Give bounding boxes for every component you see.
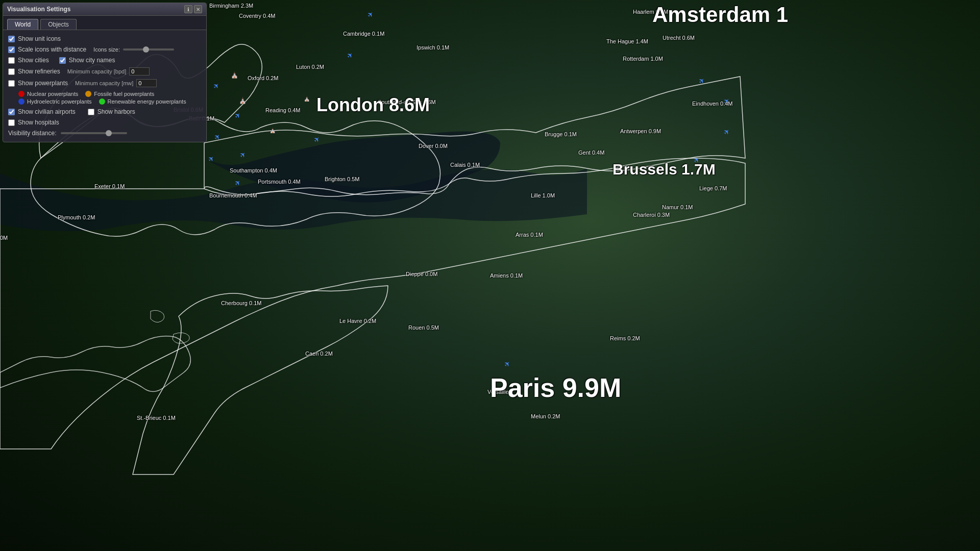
min-capacity-mw-input[interactable]	[136, 79, 157, 87]
scale-icons-row: Scale icons with distance Icons size:	[8, 46, 201, 53]
hospitals-row: Show hospitals	[8, 119, 201, 126]
show-airports-label: Show civilian airports	[18, 108, 76, 115]
city-antwerpen: Antwerpen 0.9M	[620, 128, 661, 134]
show-cities-label: Show cities	[18, 57, 49, 64]
show-cities-checkbox[interactable]	[8, 57, 15, 64]
tab-objects[interactable]: Objects	[40, 19, 77, 30]
show-harbors-checkbox[interactable]	[88, 109, 94, 115]
airport-icon-12: ✈	[722, 96, 732, 106]
powerplant-fossile: Fossile fuel powerplants	[85, 91, 154, 97]
city-brighton: Brighton 0.5M	[325, 176, 359, 182]
renewable-color-dot	[99, 98, 105, 105]
airport-icon-11: ✈	[692, 155, 702, 165]
city-birmingham: Birmingham 2.3M	[209, 3, 253, 9]
airport-icon-14: ✈	[502, 359, 512, 369]
city-oxford: Oxford 0.2M	[248, 75, 279, 81]
icons-size-slider[interactable]	[123, 48, 174, 51]
show-city-names-label: Show city names	[69, 57, 115, 64]
visibility-distance-row: Visibility distance:	[8, 130, 201, 137]
show-refineries-row: Show refineries Minimum capacity [bpd]	[8, 67, 201, 76]
visualisation-settings-panel: Visualisation Settings ℹ ✕ World Objects…	[3, 3, 207, 142]
tab-world[interactable]: World	[7, 19, 38, 30]
city-versailles: Versailles	[487, 389, 511, 395]
airport-icon-3: ✈	[312, 134, 322, 144]
scale-icons-label: Scale icons with distance	[18, 46, 86, 53]
min-capacity-bpd-label: Minimum capacity [bpd]	[67, 68, 127, 74]
airport-icon-6: ✈	[233, 110, 243, 120]
airport-icon-13: ✈	[722, 127, 732, 137]
show-refineries-label: Show refineries	[18, 68, 60, 75]
city-reading: Reading 0.4M	[265, 107, 301, 113]
panel-info-button[interactable]: ℹ	[184, 5, 192, 13]
scale-icons-checkbox[interactable]	[8, 46, 15, 53]
show-unit-icons-row: Show unit icons	[8, 35, 201, 42]
panel-content: Show unit icons Scale icons with distanc…	[3, 30, 206, 142]
min-capacity-mw-label: Minimum capacity [mw]	[75, 80, 133, 86]
icons-size-label: Icons size:	[93, 46, 120, 53]
show-airports-checkbox[interactable]	[8, 109, 15, 115]
hydro-color-dot	[18, 98, 24, 105]
city-caen: Caen 0.2M	[305, 350, 333, 357]
airport-icon-5: ✈	[211, 81, 222, 91]
airport-icon-10: ✈	[697, 76, 707, 86]
city-haarlem: Haarlem 0.3M	[633, 9, 668, 15]
city-arras: Arras 0.1M	[516, 232, 543, 238]
show-hospitals-checkbox[interactable]	[8, 119, 15, 126]
show-powerplants-row: Show powerplants Minimum capacity [mw]	[8, 79, 201, 87]
panel-close-button[interactable]: ✕	[194, 5, 202, 13]
city-ipswich: Ipswich 0.1M	[416, 44, 449, 51]
city-cherbourg: Cherbourg 0.1M	[221, 300, 262, 306]
airport-icon-1: ✈	[345, 50, 355, 60]
city-namur: Namur 0.1M	[662, 204, 693, 210]
show-city-names-checkbox[interactable]	[59, 57, 66, 64]
show-unit-icons-checkbox[interactable]	[8, 36, 15, 42]
show-refineries-checkbox[interactable]	[8, 68, 15, 75]
city-thehague: The Hague 1.4M	[606, 38, 648, 44]
city-utrecht: Utrecht 0.6M	[663, 35, 695, 41]
city-london: London 8.6M	[316, 94, 430, 116]
hydro-label: Hydroelectric powerplants	[27, 98, 92, 105]
min-capacity-bpd-input[interactable]	[129, 67, 150, 76]
visibility-distance-slider[interactable]	[61, 132, 127, 134]
city-amiens: Amiens 0.1M	[490, 272, 523, 279]
city-southend: Southend-on-Sea 0.6M	[378, 99, 436, 105]
show-powerplants-label: Show powerplants	[18, 80, 68, 87]
city-dover: Dover 0.0M	[419, 143, 448, 149]
panel-tabs: World Objects	[3, 16, 206, 30]
harbor-icon-1: ⛪	[231, 71, 238, 79]
city-gent: Gent 0.4M	[578, 149, 604, 156]
airport-icon-7: ✈	[212, 132, 223, 142]
airport-icon-4: ✈	[206, 154, 216, 164]
fossile-color-dot	[85, 91, 91, 97]
city-plymouth: Plymouth 0.2M	[58, 214, 95, 220]
city-brugge: Brugge 0.1M	[545, 131, 577, 137]
harbor-icon-3: ⛪	[304, 96, 310, 102]
city-cambridge: Cambridge 0.1M	[343, 31, 384, 37]
city-charleroi: Charleroi 0.3M	[633, 212, 670, 218]
panel-title: Visualisation Settings	[7, 6, 70, 13]
fossile-label: Fossile fuel powerplants	[94, 91, 154, 97]
renewable-label: Renewable energy powerplants	[108, 98, 186, 105]
city-southampton: Southampton 0.4M	[230, 167, 277, 173]
show-cities-row: Show cities Show city names	[8, 57, 201, 64]
city-edge: 0M	[0, 235, 8, 241]
show-harbors-label: Show harbors	[97, 108, 135, 115]
city-melun: Melun 0.2M	[531, 413, 560, 419]
city-paris: Paris 9.9M	[490, 372, 621, 403]
city-reims: Reims 0.2M	[610, 335, 640, 341]
panel-title-bar: Visualisation Settings ℹ ✕	[3, 3, 206, 16]
airport-icon-8: ✈	[238, 149, 248, 160]
city-stbrieuc: St.-Brieuc 0.1M	[137, 415, 176, 421]
city-exeter: Exeter 0.1M	[94, 183, 125, 189]
city-bournemouth: Bournemouth 0.4M	[209, 192, 257, 198]
city-coventry: Coventry 0.4M	[239, 13, 276, 19]
powerplant-types-row-2: Hydroelectric powerplants Renewable ener…	[18, 98, 201, 105]
airports-harbors-row: Show civilian airports Show harbors	[8, 108, 201, 115]
show-powerplants-checkbox[interactable]	[8, 80, 15, 87]
city-amsterdam: Amsterdam 1	[652, 3, 788, 27]
airport-icon-2: ✈	[365, 9, 376, 19]
harbor-icon-2: ⛪	[239, 97, 247, 104]
show-unit-icons-label: Show unit icons	[18, 35, 61, 42]
city-lehavre: Le Havre 0.2M	[339, 318, 376, 324]
city-portsmouth: Portsmouth 0.4M	[258, 179, 301, 185]
